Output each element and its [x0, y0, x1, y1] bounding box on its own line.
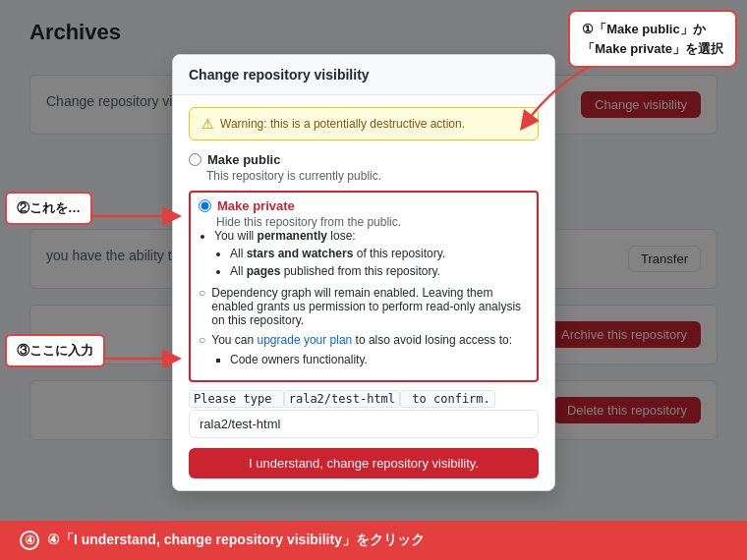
make-public-label[interactable]: Make public	[189, 152, 539, 167]
confirm-visibility-button[interactable]: I understand, change repository visibili…	[189, 448, 539, 478]
modal-title: Change repository visibility	[173, 55, 554, 95]
confirm-text: Please type rala2/test-html to confirm.	[189, 392, 539, 406]
code-owners-item: Code owners functionality.	[230, 353, 529, 366]
upgrade-sub-list: Code owners functionality.	[214, 353, 529, 366]
make-private-radio[interactable]	[199, 199, 211, 212]
make-private-desc: Hide this repository from the public.	[216, 215, 529, 229]
make-private-label[interactable]: Make private	[199, 198, 529, 213]
make-public-desc: This repository is currently public.	[206, 169, 539, 183]
permanently-lose-list: You will permanently lose: All stars and…	[214, 229, 529, 278]
change-visibility-modal: Change repository visibility ⚠ Warning: …	[172, 54, 555, 491]
confirm-repo-input[interactable]	[189, 410, 539, 438]
repo-name-badge: rala2/test-html	[284, 390, 400, 408]
ann4-label: ④「I understand, change repository visibi…	[47, 532, 425, 547]
make-public-option[interactable]: Make public This repository is currently…	[189, 152, 539, 183]
lose-sub-list: All stars and watchers of this repositor…	[230, 247, 529, 278]
modal-body: ⚠ Warning: this is a potentially destruc…	[173, 95, 554, 490]
warning-icon: ⚠	[201, 116, 214, 132]
make-public-radio[interactable]	[189, 153, 201, 166]
ann4-num: ④	[20, 531, 39, 550]
permanently-lose-item: You will permanently lose:	[214, 229, 529, 243]
upgrade-note: You can upgrade your plan to also avoid …	[199, 333, 529, 347]
upgrade-link[interactable]: upgrade your plan	[258, 333, 353, 347]
warning-box: ⚠ Warning: this is a potentially destruc…	[189, 107, 539, 140]
lose-pages-item: All pages published from this repository…	[230, 264, 529, 278]
annotation-4-bar: ④ ④「I understand, change repository visi…	[0, 521, 747, 560]
dependency-note: Dependency graph will remain enabled. Le…	[199, 286, 529, 327]
make-private-option[interactable]: Make private Hide this repository from t…	[189, 191, 539, 382]
lose-stars-item: All stars and watchers of this repositor…	[230, 247, 529, 260]
warning-text: Warning: this is a potentially destructi…	[220, 117, 465, 131]
